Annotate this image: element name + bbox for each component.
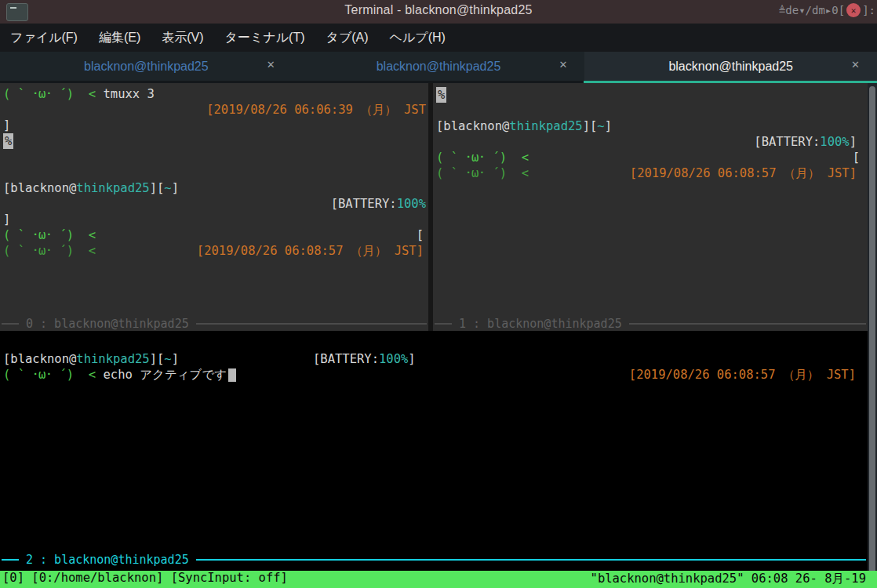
terminal-input-line[interactable]: ( ` ･ω･ ´) < echo アクティブです[2019/08/26 06:…: [3, 367, 866, 383]
tmux-pane-1[interactable]: % [blacknon@thinkpad25][~] [BATTERY:100%…: [433, 83, 868, 331]
terminal-line: %: [436, 87, 866, 103]
hostname: thinkpad25: [509, 119, 582, 133]
tab-1-close-icon[interactable]: ✕: [267, 59, 275, 71]
tmux-pane-2-active[interactable]: [blacknon@thinkpad25][~][BATTERY:100%] (…: [0, 331, 868, 566]
menu-edit[interactable]: 編集(E): [99, 30, 140, 46]
tab-1[interactable]: blacknon@thinkpad25 ✕: [0, 52, 293, 81]
command-text: tmuxx 3: [104, 87, 155, 101]
pane-0-border-title: 0 : blacknon@thinkpad25: [19, 316, 196, 332]
terminal-line: [blacknon@thinkpad25][~]: [3, 180, 427, 196]
tab-2-close-icon[interactable]: ✕: [559, 59, 567, 71]
prompt-kaomoji: ( ` ･ω･ ´) <: [3, 244, 96, 258]
tmux-pane-0[interactable]: ( ` ･ω･ ´) < tmuxx 3 [2019/08/26 06:06:3…: [0, 83, 428, 331]
hostname: thinkpad25: [76, 352, 149, 366]
menu-file[interactable]: ファイル(F): [10, 30, 78, 46]
status-right: "blacknon@thinkpad25" 06:08 26- 8月-19: [591, 571, 866, 587]
terminal-line: [blacknon@thinkpad25][~][BATTERY:100%]: [3, 351, 866, 367]
window-controls-glyphs: ≜de▾/dm▸0[: [779, 4, 845, 16]
battery-indicator: [BATTERY:100%]: [313, 351, 416, 367]
menu-tabs[interactable]: タブ(A): [326, 30, 369, 46]
close-window-button[interactable]: ✕: [846, 3, 861, 17]
titlebar: Terminal - blacknon@thinkpad25 ≜de▾/dm▸0…: [0, 0, 877, 24]
terminal-line: ( ` ･ω･ ´) < tmuxx 3: [3, 86, 427, 102]
pane-0-border: 0 : blacknon@thinkpad25: [0, 317, 428, 331]
tmux-status-bar: [0] [0:/home/blacknon] [SyncInput: off] …: [0, 571, 877, 588]
pane-2-border-active: 2 : blacknon@thinkpad25: [0, 553, 868, 567]
tab-2[interactable]: blacknon@thinkpad25 ✕: [293, 52, 585, 81]
terminal-line: ( ` ･ω･ ´) <[2019/08/26 06:08:57 （月） JST…: [436, 165, 866, 181]
tab-3-label: blacknon@thinkpad25: [668, 60, 793, 74]
prompt-kaomoji: ( ` ･ω･ ´) <: [3, 87, 96, 101]
tab-2-label: blacknon@thinkpad25: [377, 60, 501, 74]
window-title: Terminal - blacknon@thinkpad25: [0, 3, 877, 17]
terminal-line: ( ` ･ω･ ´) <[2019/08/26 06:08:57 （月） JST…: [3, 243, 427, 259]
menubar: ファイル(F) 編集(E) 表示(V) ターミナル(T) タブ(A) ヘルプ(H…: [0, 24, 877, 52]
pane-1-border-title: 1 : blacknon@thinkpad25: [452, 316, 629, 332]
status-left: [0] [0:/home/blacknon] [SyncInput: off]: [2, 571, 288, 585]
scrollbar-thumb[interactable]: [869, 86, 875, 583]
window-controls: ≜de▾/dm▸0[ ✕ ]:: [779, 3, 875, 17]
tab-3-close-icon[interactable]: ✕: [851, 59, 860, 71]
tab-1-label: blacknon@thinkpad25: [84, 60, 209, 74]
terminal-line: [BATTERY:100%: [3, 196, 427, 212]
prompt-kaomoji: ( ` ･ω･ ´) <: [3, 228, 96, 242]
tabbar: blacknon@thinkpad25 ✕ blacknon@thinkpad2…: [0, 52, 877, 81]
terminal-line: %: [3, 133, 427, 149]
window-controls-glyphs-right: ]:: [862, 4, 875, 16]
scrollbar-track[interactable]: [868, 83, 877, 588]
command-text: echo アクティブです: [104, 368, 227, 382]
timestamp: [2019/08/26 06:06:39 （月） JST: [206, 102, 426, 118]
battery-indicator: [BATTERY:100%: [331, 196, 426, 212]
battery-indicator: [BATTERY:100%]: [754, 134, 857, 150]
prompt-kaomoji: ( ` ･ω･ ´) <: [436, 151, 529, 165]
text-cursor: [228, 368, 236, 382]
terminal-line: [BATTERY:100%]: [436, 134, 866, 150]
partial-line-marker: %: [436, 87, 446, 103]
terminal-line: [blacknon@thinkpad25][~]: [436, 118, 866, 134]
hostname: thinkpad25: [76, 181, 149, 195]
menu-view[interactable]: 表示(V): [162, 30, 203, 46]
tab-3-active[interactable]: blacknon@thinkpad25 ✕: [584, 52, 877, 81]
menu-terminal[interactable]: ターミナル(T): [225, 30, 305, 46]
pane-2-border-title: 2 : blacknon@thinkpad25: [19, 552, 196, 568]
terminal-line: ( ` ･ω･ ´) <[: [3, 227, 427, 243]
prompt-kaomoji: ( ` ･ω･ ´) <: [3, 368, 96, 382]
pane-1-border: 1 : blacknon@thinkpad25: [433, 317, 868, 331]
terminal-line: [2019/08/26 06:06:39 （月） JST: [3, 102, 427, 118]
timestamp: [2019/08/26 06:08:57 （月） JST]: [197, 243, 424, 259]
menu-help[interactable]: ヘルプ(H): [390, 30, 446, 46]
timestamp: [2019/08/26 06:08:57 （月） JST]: [630, 165, 857, 181]
prompt-kaomoji: ( ` ･ω･ ´) <: [436, 166, 529, 180]
terminal-line: ]: [3, 212, 427, 227]
timestamp: [2019/08/26 06:08:57 （月） JST]: [629, 367, 856, 383]
terminal-line: ]: [3, 118, 427, 133]
terminal-line: ( ` ･ω･ ´) <[: [436, 150, 866, 165]
partial-line-marker: %: [3, 133, 13, 149]
